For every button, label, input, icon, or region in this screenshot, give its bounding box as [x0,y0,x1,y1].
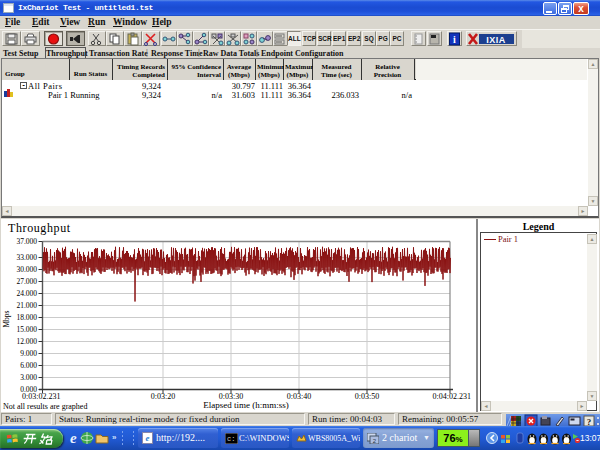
svg-text:24.000: 24.000 [16,289,37,298]
svg-text:Throughput: Throughput [8,221,71,235]
svg-text:i: i [453,34,456,45]
svg-text:37.000: 37.000 [16,237,37,246]
svg-text:0:04:02.231: 0:04:02.231 [433,392,471,401]
svg-text:9.000: 9.000 [20,349,37,358]
svg-text:?: ? [587,417,592,427]
svg-text:6.000: 6.000 [20,361,37,370]
svg-text:0:03:02.231: 0:03:02.231 [22,392,60,401]
svg-text:15.000: 15.000 [16,325,37,334]
svg-text:Mbps: Mbps [2,310,11,327]
svg-text:3.000: 3.000 [20,373,37,382]
svg-text:Elapsed time (h:mm:ss): Elapsed time (h:mm:ss) [203,400,289,410]
svg-text:0:03:40: 0:03:40 [287,392,311,401]
svg-text:e: e [146,433,150,443]
svg-text:30.000: 30.000 [16,265,37,274]
svg-text:27.000: 27.000 [16,277,37,286]
svg-text:»: » [112,433,117,442]
svg-text:33.000: 33.000 [16,253,37,262]
svg-text:0:03:20: 0:03:20 [151,392,175,401]
svg-text:12.000: 12.000 [16,337,37,346]
svg-text:c:: c: [227,435,235,443]
svg-text:e: e [70,430,77,446]
svg-text:21.000: 21.000 [16,301,37,310]
svg-text:Not all results are graphed: Not all results are graphed [3,402,87,411]
svg-text:IXIA: IXIA [486,35,506,45]
svg-text:18.000: 18.000 [16,313,37,322]
svg-text:0:03:50: 0:03:50 [355,392,379,401]
